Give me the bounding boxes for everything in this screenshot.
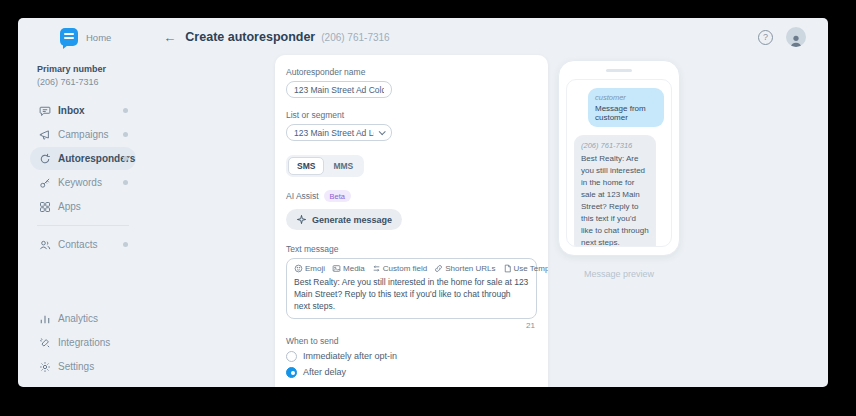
sidebar-item-label: Settings [58, 361, 94, 372]
message-text: Best Realty: Are you still interested in… [294, 277, 529, 313]
phone-frame: customer Message from customer (206) 761… [558, 60, 680, 256]
radio-icon[interactable] [286, 351, 297, 362]
screenshot-stage: Home ← Create autoresponder (206) 761-73… [0, 0, 856, 416]
avatar[interactable] [786, 27, 806, 47]
person-icon [789, 33, 803, 47]
message-preview-caption: Message preview [558, 269, 680, 279]
nav-dot [123, 242, 128, 247]
when-to-send-label: When to send [286, 336, 537, 346]
generate-message-label: Generate message [312, 215, 392, 225]
shorten-urls-tool-button[interactable]: Shorten URLs [434, 264, 495, 273]
sidebar-item-label: Apps [58, 201, 81, 212]
list-segment-select[interactable]: 123 Main Street Ad Leads Wi... [286, 124, 392, 141]
sidebar-item-autoresponders[interactable]: Autoresponders [30, 147, 136, 170]
nav-dot [123, 180, 128, 185]
list-segment-value: 123 Main Street Ad Leads Wi... [294, 128, 374, 138]
sidebar-nav: Inbox Campaigns Autoresponders Keywords [18, 99, 258, 256]
top-header: Home ← Create autoresponder (206) 761-73… [18, 18, 828, 56]
sidebar-item-analytics[interactable]: Analytics [30, 307, 136, 330]
sidebar-item-apps[interactable]: Apps [30, 195, 136, 218]
sender-bubble-text: Best Realty: Are you still interested in… [581, 153, 649, 247]
radio-after-delay[interactable]: After delay [286, 367, 537, 378]
radio-icon[interactable] [286, 367, 297, 378]
sidebar-item-integrations[interactable]: Integrations [30, 331, 136, 354]
page-title-phone: (206) 761-7316 [321, 32, 389, 43]
sidebar-item-settings[interactable]: Settings [30, 355, 136, 378]
sidebar-item-label: Keywords [58, 177, 102, 188]
sender-bubble: (206) 761-7316 Best Realty: Are you stil… [574, 135, 656, 247]
grid-icon [38, 200, 51, 213]
emoji-icon [294, 264, 303, 273]
primary-number-label: Primary number [37, 64, 258, 74]
autoresponder-name-label: Autoresponder name [286, 67, 537, 77]
message-preview-area: customer Message from customer (206) 761… [558, 60, 680, 279]
emoji-tool-button[interactable]: Emoji [294, 264, 325, 273]
media-tool-label: Media [343, 264, 365, 273]
custom-field-tool-button[interactable]: Custom field [372, 264, 427, 273]
shorten-urls-tool-label: Shorten URLs [445, 264, 495, 273]
key-icon [38, 176, 51, 189]
autoresponder-name-input[interactable] [286, 81, 392, 98]
customer-bubble-text: Message from customer [595, 104, 657, 122]
message-editor[interactable]: Emoji Media Custom field Shorten URLs [286, 258, 537, 319]
sidebar-item-contacts[interactable]: Contacts [30, 233, 136, 256]
list-segment-label: List or segment [286, 110, 537, 120]
plug-icon [38, 336, 51, 349]
editor-toolbar: Emoji Media Custom field Shorten URLs [294, 264, 529, 273]
primary-number-value: (206) 761-7316 [37, 77, 258, 87]
gear-icon [38, 360, 51, 373]
radio-immediately-label: Immediately after opt-in [303, 351, 397, 361]
custom-field-icon [372, 264, 381, 273]
app-logo-icon[interactable] [60, 28, 78, 46]
use-template-tool-button[interactable]: Use Template [503, 264, 548, 273]
back-arrow-icon[interactable]: ← [163, 30, 176, 45]
sender-bubble-label: (206) 761-7316 [581, 140, 649, 151]
chevron-down-icon [379, 128, 386, 135]
generate-message-button[interactable]: Generate message [286, 209, 402, 230]
sidebar-item-label: Integrations [58, 337, 110, 348]
char-count: 21 [286, 321, 535, 330]
link-icon [434, 264, 443, 273]
sidebar-item-keywords[interactable]: Keywords [30, 171, 136, 194]
ai-assist-row: AI Assist Beta [286, 190, 537, 202]
phone-screen: customer Message from customer (206) 761… [566, 79, 672, 247]
template-icon [503, 264, 512, 273]
people-icon [38, 238, 51, 251]
media-icon [332, 264, 341, 273]
text-message-label: Text message [286, 244, 537, 254]
sidebar-item-campaigns[interactable]: Campaigns [30, 123, 136, 146]
nav-dot [123, 132, 128, 137]
sidebar: Primary number (206) 761-7316 Inbox Camp… [18, 56, 258, 387]
sidebar-item-label: Analytics [58, 313, 98, 324]
home-link[interactable]: Home [86, 32, 111, 43]
sidebar-item-label: Campaigns [58, 129, 109, 140]
custom-field-tool-label: Custom field [383, 264, 427, 273]
help-icon[interactable]: ? [758, 30, 773, 45]
beta-badge: Beta [324, 190, 351, 202]
tab-mms[interactable]: MMS [324, 157, 362, 175]
primary-number-block: Primary number (206) 761-7316 [18, 64, 258, 87]
customer-bubble-label: customer [595, 93, 657, 102]
tab-sms[interactable]: SMS [288, 157, 324, 175]
megaphone-icon [38, 128, 51, 141]
nav-dot [123, 108, 128, 113]
emoji-tool-label: Emoji [305, 264, 325, 273]
sidebar-item-label: Inbox [58, 105, 85, 116]
radio-immediately[interactable]: Immediately after opt-in [286, 351, 537, 362]
nav-dot [123, 156, 128, 161]
page-title: Create autoresponder [185, 30, 315, 44]
sidebar-bottom: Analytics Integrations Settings [18, 306, 136, 379]
radio-after-delay-label: After delay [303, 367, 346, 377]
media-tool-button[interactable]: Media [332, 264, 365, 273]
autoresponder-form-card: Autoresponder name List or segment 123 M… [275, 55, 548, 387]
sidebar-divider [37, 225, 129, 226]
sparkle-icon [296, 214, 307, 225]
sidebar-item-inbox[interactable]: Inbox [30, 99, 136, 122]
message-type-tabs: SMS MMS [286, 155, 364, 177]
sidebar-item-label: Contacts [58, 239, 97, 250]
header-actions: ? [758, 27, 806, 47]
bar-chart-icon [38, 312, 51, 325]
loop-arrow-icon [38, 152, 51, 165]
phone-speaker [606, 69, 632, 72]
use-template-tool-label: Use Template [514, 264, 548, 273]
